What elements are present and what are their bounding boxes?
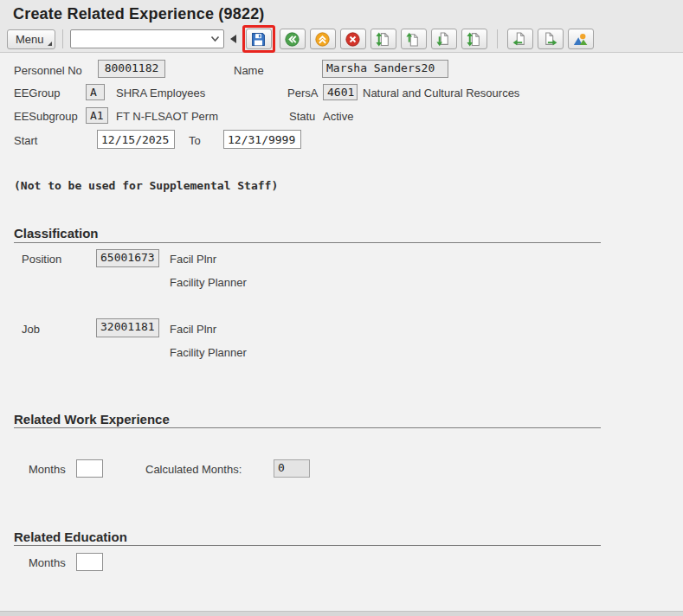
overview-button[interactable] xyxy=(568,29,594,49)
page-title: Create Related Experience (9822) xyxy=(13,5,265,23)
classification-section-divider xyxy=(14,242,601,243)
bottom-strip xyxy=(0,611,683,616)
last-page-icon xyxy=(467,32,481,47)
previous-record-button[interactable] xyxy=(507,29,533,49)
ee-group-text: SHRA Employees xyxy=(116,87,205,99)
ee-subgroup-label: EESubgroup xyxy=(14,110,78,123)
ee-group-field: A xyxy=(86,84,105,100)
pers-a-text: Natural and Cultural Resources xyxy=(363,87,519,99)
toolbar-separator xyxy=(497,29,498,48)
calculated-months-label: Calculated Months: xyxy=(145,463,242,476)
supplemental-staff-note: (Not to be used for Supplemental Staff) xyxy=(14,179,278,192)
related-work-experience-section-title: Related Work Experience xyxy=(14,412,170,427)
back-button[interactable] xyxy=(280,29,306,49)
last-page-button[interactable] xyxy=(461,29,487,49)
rwe-months-input[interactable] xyxy=(76,459,103,478)
position-field: 65001673 xyxy=(96,249,159,267)
sap-window: Create Related Experience (9822) Menu xyxy=(0,0,683,616)
next-record-button[interactable] xyxy=(538,29,564,49)
to-label: To xyxy=(189,134,201,147)
exit-button[interactable] xyxy=(310,29,336,49)
pers-a-field: 4601 xyxy=(323,84,358,100)
job-field: 32001181 xyxy=(96,318,159,337)
next-page-button[interactable] xyxy=(431,29,457,49)
job-label: Job xyxy=(22,323,40,336)
status-text: Active xyxy=(323,110,353,123)
related-education-section-title: Related Education xyxy=(14,529,127,544)
overview-icon xyxy=(573,32,588,47)
toolbar: Menu xyxy=(7,27,594,51)
rwe-months-label: Months xyxy=(29,463,66,476)
to-date-input[interactable] xyxy=(223,130,301,149)
menu-corner-triangle-icon xyxy=(48,42,52,46)
name-label: Name xyxy=(234,64,264,77)
first-page-icon xyxy=(376,32,390,47)
personnel-no-field: 80001182 xyxy=(98,60,165,78)
position-short-text: Facil Plnr xyxy=(170,253,216,266)
cancel-icon xyxy=(345,32,360,47)
classification-section-title: Classification xyxy=(14,226,99,241)
job-short-text: Facil Plnr xyxy=(170,323,216,336)
next-record-icon xyxy=(543,32,557,47)
menu-button[interactable]: Menu xyxy=(7,29,55,49)
ee-subgroup-text: FT N-FLSAOT Perm xyxy=(116,110,218,123)
back-icon xyxy=(285,32,300,47)
first-page-button[interactable] xyxy=(370,29,396,49)
save-button[interactable] xyxy=(246,29,272,49)
next-page-icon xyxy=(436,32,451,47)
pers-a-label: PersA xyxy=(287,87,318,99)
cancel-button[interactable] xyxy=(340,29,366,49)
position-label: Position xyxy=(22,253,61,266)
exit-icon xyxy=(315,32,330,47)
command-field[interactable] xyxy=(70,29,224,48)
previous-page-icon xyxy=(406,32,421,47)
ee-subgroup-field: A1 xyxy=(86,107,108,124)
ee-group-label: EEGroup xyxy=(14,87,60,99)
start-date-label: Start xyxy=(14,134,37,147)
start-date-input[interactable] xyxy=(97,130,175,149)
personnel-no-label: Personnel No xyxy=(14,64,82,77)
related-education-section-divider xyxy=(14,545,601,546)
calculated-months-field: 0 xyxy=(274,459,310,478)
header-band: Create Related Experience (9822) Menu xyxy=(0,0,683,53)
collapse-toolbar-triangle-icon[interactable] xyxy=(230,35,236,43)
job-long-text: Facility Planner xyxy=(170,346,247,359)
status-label: Statu xyxy=(289,110,315,123)
menu-button-label: Menu xyxy=(16,33,44,46)
save-button-highlight xyxy=(242,25,275,53)
position-long-text: Facility Planner xyxy=(170,276,247,289)
toolbar-separator xyxy=(62,29,63,48)
related-work-experience-section-divider xyxy=(14,427,601,428)
education-months-input[interactable] xyxy=(76,553,103,571)
chevron-down-icon[interactable] xyxy=(210,35,220,42)
previous-page-button[interactable] xyxy=(401,29,427,49)
save-icon xyxy=(251,32,266,47)
education-months-label: Months xyxy=(29,556,66,569)
previous-record-icon xyxy=(512,32,527,47)
name-field: Marsha Sanders20 xyxy=(322,60,448,78)
